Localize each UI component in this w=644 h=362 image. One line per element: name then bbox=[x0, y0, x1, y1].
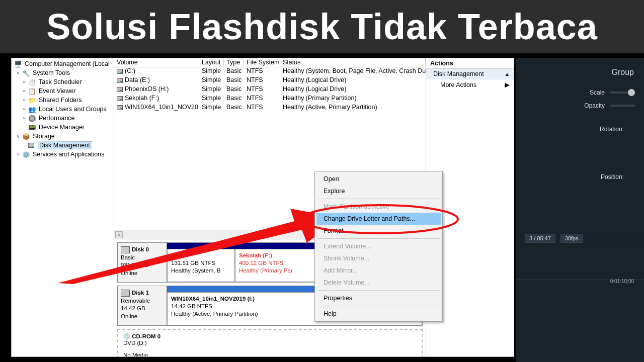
partition-sekolah[interactable]: Sekolah (F:) 400.12 GB NTFS Healthy (Pri… bbox=[235, 249, 326, 282]
vol-name: PhoenixOS (H:) bbox=[125, 85, 169, 93]
computer-icon: 🖥️ bbox=[14, 60, 22, 68]
actions-header: Actions bbox=[426, 58, 514, 69]
volume-row[interactable]: Sekolah (F:) Simple Basic NTFS Healthy (… bbox=[114, 95, 426, 104]
col-type[interactable]: Type bbox=[224, 58, 244, 67]
scroll-left-icon[interactable]: < bbox=[115, 231, 123, 238]
actions-section[interactable]: Disk Management ▲ bbox=[426, 69, 514, 79]
vol-layout: Simple bbox=[199, 85, 224, 95]
nav-storage[interactable]: v 📦 Storage bbox=[12, 132, 114, 141]
volume-row[interactable]: WIN10X64_10in1_NOV20... Simple Basic NTF… bbox=[114, 104, 426, 113]
nav-performance[interactable]: > 🔘 Performance bbox=[12, 114, 114, 123]
menu-explore[interactable]: Explore bbox=[316, 185, 441, 197]
nav-label: Device Manager bbox=[38, 124, 86, 131]
part-size: 131.51 GB NTFS bbox=[171, 260, 215, 266]
scale-control[interactable]: Scale bbox=[590, 89, 635, 96]
vol-fs: NTFS bbox=[244, 67, 280, 76]
nav-label: System Tools bbox=[32, 69, 71, 76]
cd-icon: 💿 bbox=[123, 333, 130, 339]
timeline[interactable]: 0:01:10;00 bbox=[516, 279, 644, 288]
vol-status: Healthy (Logical Drive) bbox=[280, 85, 426, 95]
disk-size: 931.51 GB bbox=[121, 262, 148, 268]
vol-name: Sekolah (F:) bbox=[125, 95, 159, 102]
menu-format[interactable]: Format... bbox=[316, 225, 441, 237]
vol-status: Healthy (Active, Primary Partition) bbox=[280, 104, 426, 113]
col-volume[interactable]: Volume bbox=[114, 58, 199, 67]
nav-disk-management[interactable]: Disk Management bbox=[12, 141, 114, 150]
menu-properties[interactable]: Properties bbox=[316, 292, 441, 304]
nav-services[interactable]: > ⚙️ Services and Applications bbox=[12, 150, 114, 159]
stripe-system bbox=[167, 243, 235, 249]
nav-shared-folders[interactable]: > 📁 Shared Folders bbox=[12, 96, 114, 105]
nav-local-users[interactable]: > 👥 Local Users and Groups bbox=[12, 105, 114, 114]
chevron-down-icon[interactable]: v bbox=[16, 134, 21, 139]
nav-label: Event Viewer bbox=[38, 87, 76, 95]
opacity-control[interactable]: Opacity bbox=[584, 102, 635, 109]
vol-fs: NTFS bbox=[244, 76, 280, 85]
disk-1-info[interactable]: Disk 1 Removable 14.42 GB Online bbox=[118, 286, 167, 325]
chevron-right-icon[interactable]: > bbox=[22, 116, 27, 121]
disk-state: Online bbox=[121, 270, 137, 276]
nav-event-viewer[interactable]: > 📋 Event Viewer bbox=[12, 86, 114, 96]
part-title: Sekolah (F:) bbox=[239, 252, 272, 258]
position-label: Position: bbox=[601, 173, 624, 180]
vol-type: Basic bbox=[224, 67, 244, 76]
menu-mark-active: Mark Partition as Active bbox=[316, 201, 441, 213]
volume-row[interactable]: (C:) Simple Basic NTFS Healthy (System, … bbox=[114, 67, 426, 76]
disk-name: Disk 0 bbox=[132, 246, 149, 252]
disk-0-info[interactable]: Disk 0 Basic 931.51 GB Online bbox=[118, 243, 167, 282]
chevron-right-icon[interactable]: > bbox=[22, 79, 27, 84]
col-fs[interactable]: File System bbox=[244, 58, 280, 67]
menu-help[interactable]: Help bbox=[316, 308, 441, 320]
nav-task-scheduler[interactable]: > ⏱️ Task Scheduler bbox=[12, 77, 114, 86]
vol-type: Basic bbox=[224, 104, 244, 113]
collapse-icon[interactable]: ▲ bbox=[505, 71, 510, 77]
nav-root[interactable]: 🖥️ Computer Management (Local bbox=[12, 59, 114, 68]
slider-knob-icon[interactable] bbox=[628, 89, 635, 96]
volume-row[interactable]: PhoenixOS (H:) Simple Basic NTFS Healthy… bbox=[114, 85, 426, 95]
disk-type: Removable bbox=[121, 298, 150, 304]
vol-layout: Simple bbox=[199, 104, 224, 113]
drive-icon bbox=[117, 78, 123, 83]
disk-size: 14.42 GB bbox=[121, 305, 145, 311]
col-status[interactable]: Status bbox=[280, 58, 426, 67]
playbar[interactable]: 3 / 05:47 30fps bbox=[521, 231, 644, 245]
rotation-control[interactable]: Rotation: bbox=[600, 126, 624, 133]
part-size: 400.12 GB NTFS bbox=[239, 260, 283, 266]
position-control[interactable]: Position: bbox=[601, 173, 624, 180]
menu-separator bbox=[317, 290, 440, 291]
menu-separator bbox=[317, 306, 440, 306]
chevron-down-icon[interactable]: v bbox=[16, 70, 21, 75]
disk-type: DVD (D:) bbox=[123, 340, 147, 346]
menu-change-drive-letter[interactable]: Change Drive Letter and Paths... bbox=[316, 213, 441, 225]
partition-c[interactable]: (C:) 131.51 GB NTFS Healthy (System, B bbox=[167, 249, 235, 282]
nav-tree[interactable]: 🖥️ Computer Management (Local v 🔧 System… bbox=[12, 58, 114, 356]
col-layout[interactable]: Layout bbox=[199, 58, 224, 67]
nav-device-manager[interactable]: 📟 Device Manager bbox=[12, 123, 114, 132]
scale-slider[interactable] bbox=[610, 92, 635, 94]
chevron-right-icon[interactable]: > bbox=[22, 107, 27, 112]
part-state: Healthy (Primary Par bbox=[239, 267, 293, 274]
disk-name: Disk 1 bbox=[132, 290, 149, 296]
chevron-right-icon[interactable]: > bbox=[16, 152, 21, 157]
opacity-slider[interactable] bbox=[610, 105, 635, 107]
chevron-right-icon[interactable]: > bbox=[22, 98, 27, 103]
nav-system-tools[interactable]: v 🔧 System Tools bbox=[12, 68, 114, 77]
nav-root-label: Computer Management (Local bbox=[24, 60, 111, 67]
volume-list-header[interactable]: Volume Layout Type File System Status bbox=[114, 58, 426, 67]
part-title: WIN10X64_10in1_NOV2019 (I:) bbox=[171, 296, 255, 302]
vol-type: Basic bbox=[224, 95, 244, 104]
vol-name: (C:) bbox=[125, 67, 135, 74]
menu-separator bbox=[317, 199, 440, 199]
vol-layout: Simple bbox=[199, 95, 224, 104]
volume-list[interactable]: (C:) Simple Basic NTFS Healthy (System, … bbox=[114, 67, 426, 113]
disk-state: Online bbox=[121, 313, 137, 319]
volume-row[interactable]: Data (E:) Simple Basic NTFS Healthy (Log… bbox=[114, 76, 426, 85]
vol-layout: Simple bbox=[199, 67, 224, 76]
timeline-mark: 0:01:10;00 bbox=[610, 279, 634, 284]
chevron-right-icon[interactable]: > bbox=[22, 88, 27, 94]
cdrom-0[interactable]: 💿 CD-ROM 0 DVD (D:) No Media bbox=[117, 329, 423, 356]
menu-separator bbox=[317, 238, 440, 239]
menu-open[interactable]: Open bbox=[316, 173, 441, 185]
actions-more[interactable]: More Actions ▶ bbox=[426, 79, 514, 90]
nav-label-selected: Disk Management bbox=[38, 141, 92, 149]
